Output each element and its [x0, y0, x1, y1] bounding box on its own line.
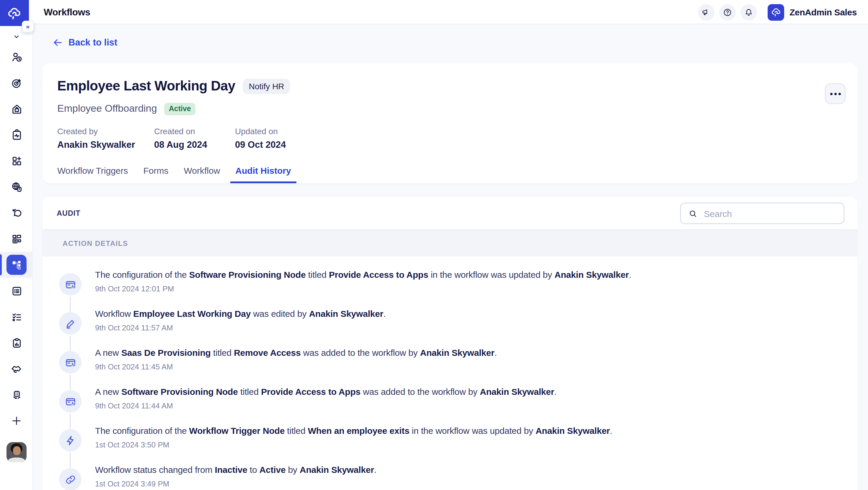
- search-input[interactable]: [704, 208, 844, 219]
- node-card-icon: [59, 351, 82, 374]
- sidebar-item-forms[interactable]: [0, 278, 33, 304]
- audit-entries: The configuration of the Software Provis…: [42, 257, 857, 490]
- more-actions-button[interactable]: [825, 83, 845, 104]
- audit-entry-timestamp: 1st Oct 2024 3:50 PM: [95, 440, 612, 450]
- search-icon: [688, 208, 698, 219]
- plus-icon: [10, 414, 23, 427]
- user-clock-icon: [10, 51, 23, 63]
- timeline-rail: [59, 382, 82, 412]
- audit-entry-timestamp: 9th Oct 2024 11:45 AM: [95, 362, 497, 372]
- bell-icon: [744, 7, 753, 17]
- link-icon: [59, 468, 82, 490]
- audit-entry-timestamp: 1st Oct 2024 3:49 PM: [95, 479, 376, 489]
- org-logo: [768, 4, 784, 20]
- audit-entry-text: Workflow status changed from Inactive to…: [95, 464, 376, 476]
- node-card-icon: [64, 356, 76, 369]
- audit-entry-timestamp: 9th Oct 2024 11:44 AM: [95, 401, 557, 411]
- sidebar-item-workspace[interactable]: [0, 96, 33, 122]
- target-icon: [10, 77, 23, 89]
- tab-workflow-triggers[interactable]: Workflow Triggers: [57, 157, 128, 183]
- cube-sync-icon: [10, 388, 23, 401]
- audit-search: [680, 203, 844, 224]
- sidebar: [0, 24, 33, 490]
- handshake-icon: [10, 363, 23, 375]
- workflow-tree-icon: [10, 258, 23, 271]
- notifications-button[interactable]: [740, 4, 757, 20]
- audit-entry: Workflow status changed from Inactive to…: [42, 460, 857, 490]
- audit-entry: Workflow Employee Last Working Day was e…: [42, 305, 857, 343]
- timeline-rail: [59, 265, 82, 295]
- sidebar-expand-button[interactable]: »: [22, 21, 34, 32]
- node-card-icon: [59, 390, 82, 412]
- help-icon: [723, 7, 732, 17]
- node-card-icon: [64, 278, 76, 290]
- sidebar-item-add-new[interactable]: [0, 408, 33, 434]
- sidebar-item-integrations[interactable]: [0, 226, 33, 252]
- sidebar-item-support-chat[interactable]: [0, 200, 33, 226]
- clipboard-pulse-icon: [10, 128, 23, 141]
- sidebar-item-device-health[interactable]: [0, 122, 33, 148]
- megaphone-icon: [702, 7, 711, 17]
- timeline-rail: [59, 343, 82, 374]
- clipboard-chart-icon: [10, 337, 23, 349]
- bolt-icon: [64, 434, 76, 446]
- workflow-category: Employee Offboarding: [57, 102, 157, 115]
- topbar-actions: ZenAdmin Sales: [698, 4, 857, 21]
- org-switcher[interactable]: ZenAdmin Sales: [768, 4, 857, 20]
- audit-entry-text: Workflow Employee Last Working Day was e…: [95, 308, 385, 320]
- sidebar-item-goals[interactable]: [0, 70, 33, 96]
- audit-section-label: AUDIT: [57, 209, 80, 218]
- audit-entry-timestamp: 9th Oct 2024 12:01 PM: [95, 284, 631, 294]
- edit-icon: [64, 317, 76, 329]
- form-list-icon: [10, 285, 23, 297]
- app-window: Workflows ZenAdmin Sales » Back to list …: [0, 0, 868, 490]
- widgets-add-icon: [10, 233, 23, 245]
- status-badge: Active: [164, 103, 196, 115]
- timeline-rail: [59, 305, 82, 335]
- timeline-rail: [59, 460, 82, 490]
- link-icon: [64, 473, 76, 486]
- audit-entry: A new Saas De Provisioning titled Remove…: [42, 343, 857, 382]
- tab-forms[interactable]: Forms: [144, 157, 168, 183]
- sidebar-item-partners[interactable]: [0, 356, 33, 382]
- meta-updated-on: Updated on 09 Oct 2024: [235, 126, 286, 151]
- checklist-icon: [10, 311, 23, 323]
- node-card-icon: [59, 273, 82, 295]
- audit-entry-text: A new Saas De Provisioning titled Remove…: [95, 347, 497, 359]
- sidebar-item-asset-sync[interactable]: [0, 382, 33, 408]
- help-button[interactable]: [719, 4, 736, 20]
- announcements-button[interactable]: [698, 4, 714, 20]
- audit-entry-text: The configuration of the Software Provis…: [95, 269, 631, 281]
- back-to-list-link[interactable]: Back to list: [53, 37, 117, 48]
- bolt-icon: [59, 429, 82, 452]
- home-icon: [10, 103, 23, 115]
- globe-device-icon: [10, 180, 23, 193]
- main-content: Back to list Employee Last Working Day N…: [33, 24, 868, 490]
- chat-sync-icon: [10, 207, 23, 219]
- sidebar-item-workflows[interactable]: [0, 252, 33, 278]
- user-avatar[interactable]: [6, 442, 27, 462]
- back-arrow-icon: [53, 37, 63, 48]
- workflow-header-card: Employee Last Working Day Notify HR Empl…: [42, 63, 857, 183]
- ellipsis-icon: [830, 92, 832, 95]
- page-title: Workflows: [44, 0, 90, 24]
- edit-icon: [59, 312, 82, 335]
- workflow-tabs: Workflow Triggers Forms Workflow Audit H…: [57, 157, 291, 183]
- sidebar-item-reports[interactable]: [0, 330, 33, 356]
- tab-workflow[interactable]: Workflow: [184, 157, 220, 183]
- cloud-logo-icon: [770, 6, 781, 18]
- audit-entry-timestamp: 9th Oct 2024 11:57 AM: [95, 323, 385, 333]
- org-name: ZenAdmin Sales: [789, 7, 857, 17]
- timeline-rail: [59, 422, 82, 452]
- top-bar: Workflows ZenAdmin Sales: [0, 0, 868, 24]
- audit-entry: The configuration of the Workflow Trigge…: [42, 422, 857, 460]
- sidebar-item-people[interactable]: [0, 44, 33, 70]
- sidebar-item-app-store[interactable]: [0, 148, 33, 174]
- tab-audit-history[interactable]: Audit History: [235, 157, 291, 183]
- sidebar-item-web-access[interactable]: [0, 174, 33, 200]
- audit-entry: The configuration of the Software Provis…: [42, 265, 857, 305]
- meta-created-on: Created on 08 Aug 2024: [154, 126, 207, 151]
- audit-entry-text: A new Software Provisioning Node titled …: [95, 386, 557, 398]
- cloud-logo-icon: [6, 5, 23, 21]
- sidebar-item-tasks[interactable]: [0, 304, 33, 330]
